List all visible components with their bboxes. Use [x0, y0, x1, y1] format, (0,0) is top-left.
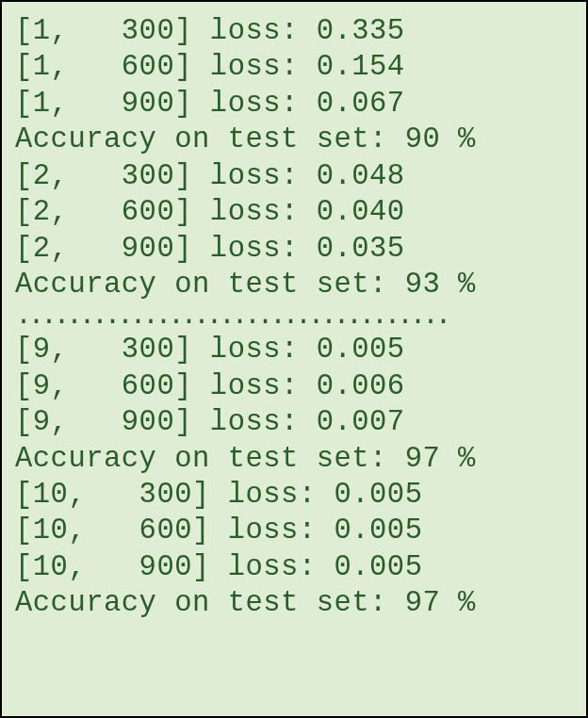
log-line: [10, 300] loss: 0.005	[15, 477, 573, 513]
log-line: [10, 900] loss: 0.005	[15, 549, 573, 585]
accuracy-line: Accuracy on test set: 90 %	[15, 122, 573, 157]
log-line: [9, 900] loss: 0.007	[15, 404, 573, 440]
terminal-output: [1, 300] loss: 0.335 [1, 600] loss: 0.15…	[0, 0, 588, 718]
accuracy-line: Accuracy on test set: 97 %	[15, 585, 573, 621]
log-line: [1, 300] loss: 0.335	[15, 13, 573, 49]
log-line: [2, 600] loss: 0.040	[15, 194, 573, 230]
ellipsis-line: ..................................	[15, 302, 573, 332]
accuracy-line: Accuracy on test set: 93 %	[15, 267, 573, 302]
log-line: [2, 300] loss: 0.048	[15, 158, 573, 194]
log-line: [10, 600] loss: 0.005	[15, 513, 573, 548]
log-line: [1, 600] loss: 0.154	[15, 49, 573, 85]
accuracy-line: Accuracy on test set: 97 %	[15, 441, 573, 477]
log-line: [9, 300] loss: 0.005	[15, 332, 573, 367]
log-line: [1, 900] loss: 0.067	[15, 86, 573, 122]
log-line: [2, 900] loss: 0.035	[15, 231, 573, 267]
log-line: [9, 600] loss: 0.006	[15, 368, 573, 404]
